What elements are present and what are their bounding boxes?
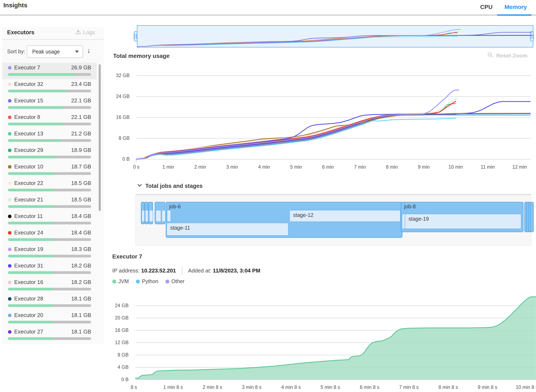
executor-peak-value: 18.2 GB (71, 279, 91, 285)
executor-color-dot (8, 281, 11, 284)
executor-peak-value: 18.2 GB (71, 262, 91, 269)
stage-block[interactable] (155, 210, 161, 222)
executor-usage-bar (8, 106, 91, 109)
stage-block-stage-12[interactable]: stage-12 (289, 210, 400, 222)
executor-list-item[interactable]: Executor 3223.4 GB (2, 79, 97, 96)
executors-title: Executors (7, 29, 34, 36)
sort-dropdown-value: Peak usage (32, 49, 60, 55)
axis-tick-label: 5 min 8 s (314, 384, 347, 390)
axis-tick-label: 2 min (183, 164, 217, 170)
stage-block-stage-19[interactable]: stage-19 (405, 214, 521, 229)
job-block[interactable] (530, 202, 534, 232)
legend-dot (165, 280, 169, 284)
executor-list-item[interactable]: Executor 2118.5 GB (2, 195, 97, 211)
executor-usage-bar (8, 304, 91, 307)
executor-usage-fill (8, 238, 54, 241)
executor-list-item[interactable]: Executor 2918.9 GB (2, 145, 97, 162)
executor-peak-value: 18.5 GB (71, 180, 91, 186)
axis-tick-label: 8 GB (110, 135, 130, 141)
axis-tick-label: 16 GB (109, 327, 129, 333)
executor-list-item[interactable]: Executor 1018.7 GB (2, 162, 97, 178)
axis-tick-label: 8 min (375, 164, 409, 170)
sort-direction-button[interactable]: ↓ (87, 46, 90, 55)
sort-dropdown[interactable]: Peak usage (27, 45, 83, 58)
grip-icon (135, 34, 137, 39)
executor-list-item[interactable]: Executor 1118.4 GB (2, 211, 97, 228)
executor-name: Executor 8 (14, 114, 40, 120)
tab-cpu[interactable]: CPU (480, 4, 493, 10)
executor-peak-value: 18.3 GB (71, 246, 91, 252)
executor-list-item[interactable]: Executor 2718.1 GB (2, 327, 97, 343)
executor-list-item[interactable]: Executor 1522.1 GB (2, 96, 97, 112)
executor-color-dot (8, 231, 11, 235)
sidebar-scrollbar[interactable] (99, 64, 101, 211)
executor-name: Executor 29 (14, 147, 43, 153)
axis-tick-label: 20 GB (109, 315, 129, 321)
executor-usage-fill (8, 106, 63, 109)
executor-color-dot (8, 215, 11, 218)
stage-label: stage-19 (409, 216, 429, 222)
axis-tick-label: 7 min (343, 164, 377, 170)
axis-tick-label: 11 min (471, 164, 504, 170)
axis-tick-label: 3 min (215, 164, 249, 170)
executor-color-dot (8, 165, 11, 169)
stage-label: stage-12 (293, 212, 313, 218)
axis-tick-label: 8 GB (109, 352, 129, 358)
brush-handle-right[interactable] (530, 31, 534, 41)
executor-usage-bar (8, 90, 91, 92)
executor-peak-value: 26.9 GB (71, 64, 91, 71)
executor-usage-bar (8, 222, 91, 224)
active-tab-underline (497, 14, 531, 16)
memory-type-legend: JVMPythonOther (112, 278, 184, 284)
stage-block[interactable] (167, 210, 171, 222)
executor-list-item[interactable]: Executor 726.9 GB (2, 63, 97, 79)
executor-list-item[interactable]: Executor 1321.2 GB (2, 129, 97, 145)
zoom-brush[interactable] (137, 25, 533, 47)
axis-tick-label: 4 min (247, 164, 281, 170)
executor-list-item[interactable]: Executor 2818.1 GB (2, 294, 97, 310)
executor-usage-fill (8, 255, 54, 257)
chevron-down-icon (75, 51, 79, 53)
axis-tick-label: 1 min (151, 164, 185, 170)
executor-color-dot (8, 83, 11, 86)
axis-tick-label: 2 min 8 s (196, 384, 229, 390)
stage-block[interactable] (149, 210, 153, 222)
executor-name: Executor 15 (14, 97, 43, 104)
jobs-stages-toggle[interactable]: Total jobs and stages (137, 183, 202, 190)
header-divider (0, 15, 497, 15)
insights-page: Insights CPU Memory Executors Logs Sort … (0, 0, 536, 392)
axis-tick-label: 12 GB (109, 340, 129, 345)
executor-usage-bar (8, 123, 91, 125)
executor-usage-bar (8, 205, 91, 208)
executor-peak-value: 22.1 GB (71, 114, 91, 120)
total-memory-title: Total memory usage (113, 53, 169, 59)
axis-tick-label: 7 min 8 s (392, 384, 426, 390)
executor-list-item[interactable]: Executor 3118.2 GB (2, 261, 97, 277)
executor-usage-fill (8, 123, 63, 125)
stage-block-stage-11[interactable]: stage-11 (166, 223, 288, 236)
tab-memory[interactable]: Memory (504, 4, 527, 10)
executor-usage-fill (8, 321, 53, 323)
chevron-down-icon (137, 183, 142, 190)
executor-list-item[interactable]: Executor 2018.1 GB (2, 310, 97, 327)
executor-color-dot (8, 330, 11, 334)
executor-color-dot (8, 198, 11, 202)
legend-label: JVM (118, 278, 129, 284)
job-label: job-8 (404, 204, 416, 209)
executor-detail-title: Executor 7 (112, 253, 142, 260)
executor-list-item[interactable]: Executor 1618.2 GB (2, 277, 97, 294)
executor-list-item[interactable]: Executor 822.1 GB (2, 112, 97, 129)
executor-name: Executor 20 (14, 312, 43, 318)
executor-name: Executor 21 (14, 196, 43, 203)
executor-list-item[interactable]: Executor 1918.3 GB (2, 244, 97, 261)
reset-zoom-button[interactable]: Reset Zoom (487, 52, 527, 60)
executor-usage-bar (8, 337, 91, 340)
executor-list-item[interactable]: Executor 2218.5 GB (2, 178, 97, 195)
executor-color-dot (8, 99, 11, 103)
executor-list-item[interactable]: Executor 2418.4 GB (2, 228, 97, 244)
executor-usage-bar (8, 172, 91, 175)
brush-handle-left[interactable] (134, 31, 137, 41)
stage-block[interactable] (162, 210, 166, 222)
executor-name: Executor 7 (14, 64, 40, 71)
logs-button[interactable]: Logs (75, 29, 95, 36)
